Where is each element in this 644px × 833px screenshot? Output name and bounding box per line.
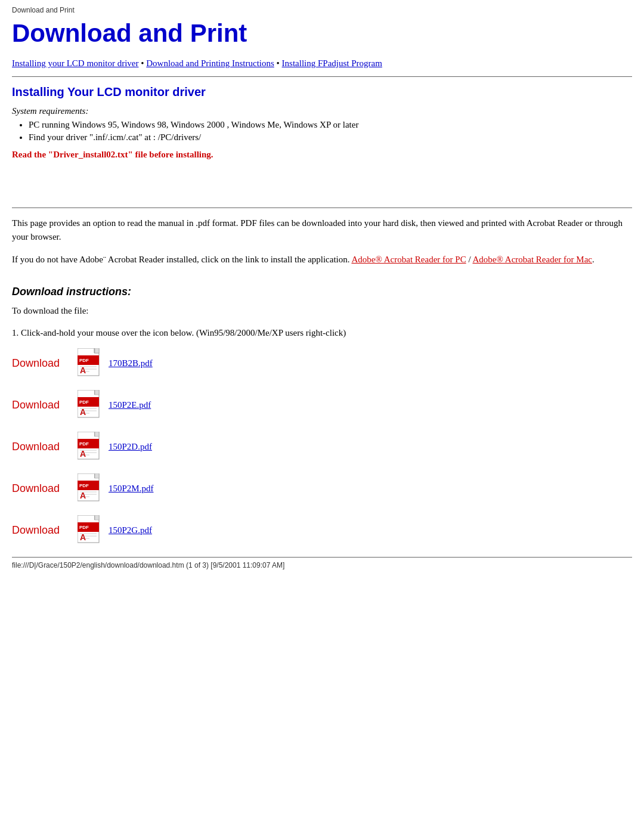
download-label: Download <box>12 399 78 411</box>
download-step1: 1. Click-and-hold your mouse over the ic… <box>12 326 632 340</box>
svg-text:A: A <box>80 491 86 500</box>
warning-text: Read the "Driver_install02.txt" file bef… <box>12 150 632 160</box>
download-row: Download PDF A 150P2D.pdf <box>12 432 632 462</box>
list-item: PC running Windows 95, Windows 98, Windo… <box>29 120 632 130</box>
pdf-description: This page provides an option to read the… <box>12 216 632 244</box>
pdf-icon: PDF A <box>78 515 104 545</box>
download-label: Download <box>12 441 78 453</box>
section-gap <box>12 166 632 202</box>
svg-rect-24 <box>95 432 99 436</box>
svg-text:PDF: PDF <box>79 525 89 530</box>
download-file-link[interactable]: 170B2B.pdf <box>109 358 153 368</box>
system-req-list: PC running Windows 95, Windows 98, Windo… <box>29 120 632 143</box>
svg-text:PDF: PDF <box>79 483 89 488</box>
pdf-icon: PDF A <box>78 473 104 503</box>
svg-rect-15 <box>95 390 99 395</box>
nav-sep-2: • <box>274 58 282 68</box>
svg-text:PDF: PDF <box>79 400 89 405</box>
nav-link-download-print[interactable]: Download and Printing Instructions <box>146 58 274 68</box>
link-acrobat-mac[interactable]: Adobe® Acrobat Reader for Mac <box>472 255 592 264</box>
nav-sep-1: • <box>138 58 146 68</box>
svg-text:PDF: PDF <box>79 441 89 447</box>
pdf-icon: PDF A <box>78 390 104 420</box>
download-row: Download PDF A 150P2E.pdf <box>12 390 632 420</box>
pdf-icon: PDF A <box>78 432 104 462</box>
acrobat-description: If you do not have Adobe¨ Acrobat Reader… <box>12 253 632 267</box>
download-list: Download PDF A 170B2B.pdf Download PDF A <box>12 348 632 545</box>
footer-bar: file:///D|/Grace/150P2/english/download/… <box>12 557 632 569</box>
download-label: Download <box>12 482 78 495</box>
page-title: Download and Print <box>12 19 632 48</box>
footer-text: file:///D|/Grace/150P2/english/download/… <box>12 561 284 569</box>
divider-2 <box>12 208 632 208</box>
download-row: Download PDF A 150P2G.pdf <box>12 515 632 545</box>
svg-text:A: A <box>80 532 86 542</box>
download-to-file-label: To download the file: <box>12 304 632 318</box>
nav-link-fpadjust[interactable]: Installing FPadjust Program <box>282 58 382 68</box>
section1-heading: Installing Your LCD monitor driver <box>12 85 632 99</box>
svg-text:PDF: PDF <box>79 358 89 363</box>
svg-text:A: A <box>80 407 86 417</box>
download-row: Download PDF A 150P2M.pdf <box>12 473 632 503</box>
svg-rect-33 <box>95 473 99 478</box>
nav-links: Installing your LCD monitor driver • Dow… <box>12 56 632 70</box>
divider-1 <box>12 76 632 77</box>
list-item: Find your driver ".inf/.icm/.cat" at : /… <box>29 132 632 143</box>
download-label: Download <box>12 524 78 537</box>
svg-rect-42 <box>95 515 99 520</box>
download-file-link[interactable]: 150P2G.pdf <box>109 525 152 535</box>
download-row: Download PDF A 170B2B.pdf <box>12 348 632 378</box>
download-file-link[interactable]: 150P2D.pdf <box>109 442 152 452</box>
nav-link-lcd-driver[interactable]: Installing your LCD monitor driver <box>12 58 138 68</box>
pdf-icon: PDF A <box>78 348 104 378</box>
download-file-link[interactable]: 150P2E.pdf <box>109 400 151 410</box>
svg-rect-6 <box>95 348 99 353</box>
system-req-label: System requirements: <box>12 106 632 116</box>
download-label: Download <box>12 357 78 370</box>
link-acrobat-pc[interactable]: Adobe® Acrobat Reader for PC <box>351 255 466 264</box>
svg-text:A: A <box>80 366 86 375</box>
download-instructions-heading: Download instructions: <box>12 286 632 298</box>
browser-tab: Download and Print <box>12 6 632 14</box>
download-file-link[interactable]: 150P2M.pdf <box>109 484 153 494</box>
svg-text:A: A <box>80 449 86 459</box>
